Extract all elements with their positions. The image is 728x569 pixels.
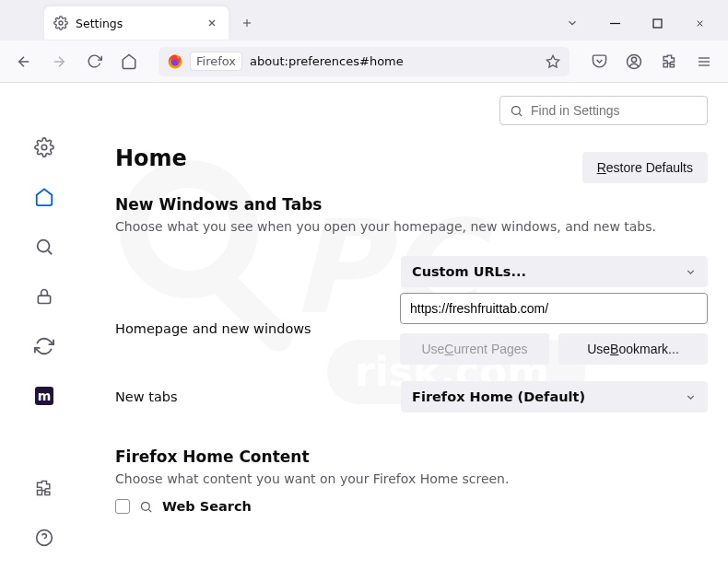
identity-label: Firefox [190,52,242,71]
nav-toolbar: Firefox about:preferences#home [0,41,728,83]
gear-icon [53,16,68,30]
search-icon [139,500,153,514]
pocket-button[interactable] [584,47,614,76]
minimize-button[interactable] [593,8,636,38]
tab-title: Settings [76,17,197,30]
content-area: m Home Restore Defaults New Windows and … [0,83,728,569]
section-title-windows-tabs: New Windows and Tabs [115,195,708,214]
homepage-url-input[interactable] [400,293,708,324]
newtabs-label: New tabs [115,389,401,404]
section-desc-windows-tabs: Choose what you see when you open your h… [115,219,708,234]
web-search-label: Web Search [162,499,252,514]
main-panel: Home Restore Defaults New Windows and Ta… [88,83,728,569]
svg-marker-18 [546,55,558,67]
svg-rect-27 [38,296,50,303]
tabs-dropdown-icon[interactable] [560,11,584,35]
sidebar: m [0,83,88,569]
sidebar-item-search[interactable] [26,228,63,265]
window-controls [593,8,721,38]
svg-point-34 [142,502,150,510]
svg-point-5 [59,21,63,25]
extensions-button[interactable] [654,47,684,76]
homepage-mode-select[interactable]: Custom URLs... [401,256,708,287]
svg-point-32 [512,106,521,114]
firefox-icon [168,54,182,69]
url-bar[interactable]: Firefox about:preferences#home [159,47,569,76]
svg-line-33 [519,113,522,116]
sidebar-item-sync[interactable] [26,328,63,365]
sidebar-item-help[interactable] [26,519,63,556]
account-button[interactable] [619,47,649,76]
newtabs-select[interactable]: Firefox Home (Default) [401,381,708,412]
tab-settings[interactable]: Settings [44,6,229,40]
svg-point-25 [37,240,49,252]
sidebar-item-extensions[interactable] [26,470,63,506]
svg-rect-11 [653,19,662,28]
home-button[interactable] [114,47,144,76]
search-icon [510,104,523,118]
section-desc-home-content: Choose what content you want on your Fir… [115,471,708,486]
restore-defaults-button[interactable]: Restore Defaults [582,152,708,183]
svg-line-35 [148,509,151,512]
sidebar-item-more[interactable]: m [26,377,63,414]
sidebar-item-general[interactable] [26,129,63,166]
chevron-down-icon [685,266,697,278]
svg-text:m: m [37,389,51,403]
find-in-settings [499,96,708,125]
forward-button[interactable] [44,47,74,76]
sidebar-item-home[interactable] [26,179,63,215]
use-bookmark-button[interactable]: Use Bookmark... [558,333,708,365]
homepage-row-label: Homepage and new windows [115,321,400,336]
maximize-button[interactable] [636,8,678,38]
back-button[interactable] [9,47,39,76]
find-input[interactable] [531,103,698,118]
web-search-checkbox[interactable] [115,499,130,514]
svg-point-20 [631,57,636,62]
close-icon[interactable] [205,16,219,30]
svg-point-24 [41,145,47,150]
use-current-pages-button[interactable]: Use Current Pages [400,333,549,365]
bookmark-star-icon[interactable] [546,54,560,69]
check-row-web-search: Web Search [115,499,708,514]
chevron-down-icon [685,391,697,403]
reload-button[interactable] [79,47,109,76]
svg-line-26 [48,250,52,254]
new-tab-button[interactable] [234,10,260,36]
close-window-button[interactable] [678,8,721,38]
tabstrip: Settings [0,0,728,41]
sidebar-item-privacy[interactable] [26,278,63,315]
app-menu-button[interactable] [689,47,719,76]
url-text: about:preferences#home [250,54,404,68]
section-title-home-content: Firefox Home Content [115,447,708,466]
